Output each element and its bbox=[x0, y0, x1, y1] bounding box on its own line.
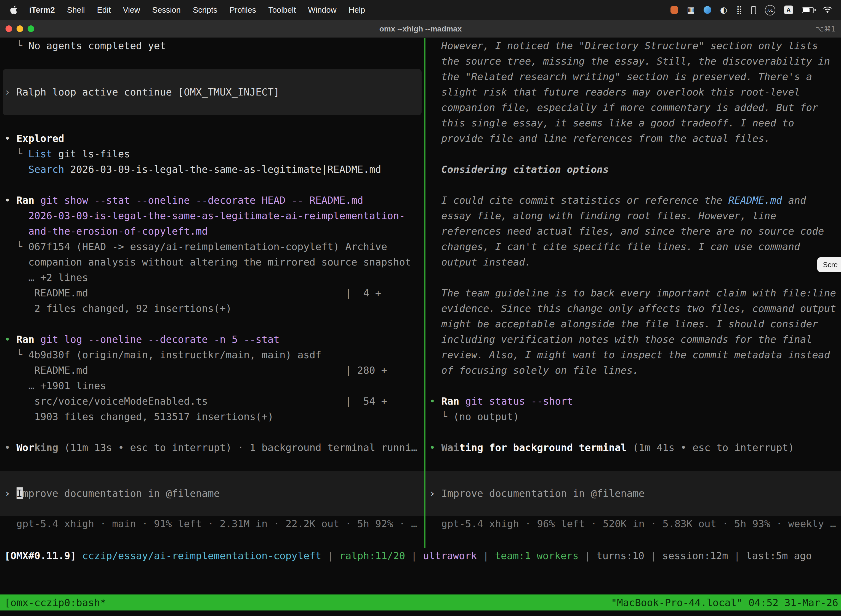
text-segment: git log --oneline --decorate -n 5 --stat bbox=[40, 333, 280, 345]
screen-recording-indicator-icon[interactable] bbox=[670, 6, 678, 14]
terminal-line: Considering citation options bbox=[425, 162, 841, 177]
terminal-line: evidence. Since this change only affects… bbox=[425, 301, 841, 316]
menu-item-session[interactable]: Session bbox=[146, 6, 187, 14]
omx-status-line: [OMX#0.11.9] cczip/essay/ai-reimplementa… bbox=[0, 548, 841, 563]
window-shortcut-badge: ⌥⌘1 bbox=[815, 25, 835, 33]
terminal-line: • Waiting for background terminal (1m 41… bbox=[425, 440, 841, 455]
terminal-line: › Improve documentation in @filename bbox=[425, 486, 841, 501]
terminal-line bbox=[0, 177, 424, 193]
text-segment: Ran bbox=[441, 395, 459, 407]
menu-item-view[interactable]: View bbox=[117, 6, 146, 14]
text-segment: └ 4b9d30f (origin/main, instructkr/main,… bbox=[4, 349, 321, 361]
battery-fill bbox=[803, 8, 810, 12]
terminal-line bbox=[425, 378, 841, 393]
text-segment: review. Also, I might want to inspect th… bbox=[429, 349, 830, 361]
text-segment: › bbox=[429, 487, 441, 499]
text-segment: gpt-5.4 xhigh · main · 91% left · 2.31M … bbox=[4, 518, 417, 529]
text-segment: git status --short bbox=[465, 395, 573, 407]
text-segment: └ 067f154 (HEAD -> essay/ai-reimplementa… bbox=[4, 241, 387, 252]
menu-item-window[interactable]: Window bbox=[302, 6, 343, 14]
terminal-line: However, I noticed the "Directory Struct… bbox=[425, 38, 841, 54]
text-segment: Explored bbox=[16, 132, 64, 144]
text-segment: └ (no output) bbox=[429, 411, 519, 422]
text-segment: I could cite commit statistics or refere… bbox=[429, 194, 728, 206]
terminal-line: output instead. bbox=[425, 254, 841, 270]
omx-space bbox=[76, 550, 82, 561]
phone-icon[interactable] bbox=[751, 6, 756, 14]
omx-session-time: session:12m bbox=[662, 550, 728, 561]
text-segment: and bbox=[782, 194, 806, 206]
text-segment: 2026-03-09-is-legal-the-same-as-legitima… bbox=[4, 210, 405, 221]
menu-item-toolbelt[interactable]: Toolbelt bbox=[262, 6, 302, 14]
text-segment: 2 files changed, 92 insertions(+) bbox=[4, 302, 232, 314]
right-prompt-input[interactable]: › Improve documentation in @filename bbox=[425, 471, 841, 516]
minimize-button[interactable] bbox=[16, 25, 23, 32]
terminal-line bbox=[0, 54, 424, 69]
battery-icon[interactable] bbox=[802, 7, 814, 13]
tmux-status-bar: [omx-cczip0:bash* "MacBook-Pro-44.local"… bbox=[0, 594, 841, 610]
window-title-bar[interactable]: omx --xhigh --madmax ⌥⌘1 bbox=[0, 20, 841, 38]
omx-mode-badge: ultrawork bbox=[423, 550, 477, 561]
left-terminal-pane[interactable]: └ No agents completed yet › Ralph loop a… bbox=[0, 38, 424, 548]
terminal-line: companion analysis without altering the … bbox=[0, 254, 424, 270]
text-segment: changes, I can't cite specific file line… bbox=[429, 241, 800, 252]
terminal-line bbox=[0, 316, 424, 332]
terminal-line: references need actual files, and since … bbox=[425, 224, 841, 239]
wifi-icon[interactable] bbox=[823, 6, 832, 13]
text-segment: the "Related research writing" section i… bbox=[429, 70, 812, 82]
zoom-button[interactable] bbox=[28, 25, 34, 32]
terminal-line bbox=[0, 115, 424, 131]
text-segment: • bbox=[4, 333, 16, 345]
terminal-line: README.md | 4 + bbox=[0, 285, 424, 301]
terminal-line: I could cite commit statistics or refere… bbox=[425, 193, 841, 208]
text-segment: Ran bbox=[16, 333, 34, 345]
text-segment: output instead. bbox=[429, 256, 531, 268]
gauge-icon[interactable]: .61 bbox=[765, 5, 775, 15]
omx-team-workers: team:1 workers bbox=[495, 550, 578, 561]
dots-grid-icon[interactable]: ⣿ bbox=[736, 6, 742, 14]
menu-item-shell[interactable]: Shell bbox=[61, 6, 91, 14]
contrast-icon[interactable]: ◐ bbox=[720, 6, 727, 14]
menu-item-profiles[interactable]: Profiles bbox=[224, 6, 262, 14]
text-segment: git ls-files bbox=[52, 148, 130, 160]
close-button[interactable] bbox=[6, 25, 12, 32]
menu-bar-status-icons: ▦ ◐ ⣿ .61 A bbox=[670, 5, 834, 15]
menu-item-iterm2[interactable]: iTerm2 bbox=[23, 6, 61, 14]
text-segment: (11m 13s • esc to interrupt) · 1 backgro… bbox=[58, 441, 417, 453]
text-segment: Ralph loop active continue [OMX_TMUX_INJ… bbox=[16, 86, 280, 98]
input-source-icon[interactable]: A bbox=[784, 6, 793, 14]
text-segment: king bbox=[34, 441, 58, 453]
text-segment: › bbox=[4, 487, 16, 499]
text-segment: • bbox=[429, 441, 441, 453]
tmux-session-window-label: [omx-cczip0:bash* bbox=[4, 594, 106, 610]
menu-item-scripts[interactable]: Scripts bbox=[187, 6, 224, 14]
terminal-line: including verification notes with those … bbox=[425, 332, 841, 347]
terminal-line: … +2 lines bbox=[0, 270, 424, 285]
grid-icon[interactable]: ▦ bbox=[687, 6, 694, 14]
text-segment: └ bbox=[4, 40, 28, 51]
menu-item-help[interactable]: Help bbox=[343, 6, 371, 14]
terminal-line: slight risk that future readers may over… bbox=[425, 84, 841, 100]
window-title: omx --xhigh --madmax bbox=[0, 24, 841, 33]
apple-menu[interactable] bbox=[7, 6, 23, 14]
menu-item-edit[interactable]: Edit bbox=[91, 6, 117, 14]
apple-icon bbox=[10, 6, 18, 14]
text-segment bbox=[34, 333, 40, 345]
screen-overlay-button[interactable]: Scre bbox=[818, 257, 841, 272]
omx-separator: | bbox=[405, 550, 423, 561]
text-segment: Wai bbox=[441, 441, 459, 453]
terminal-line: 2026-03-09-is-legal-the-same-as-legitima… bbox=[0, 208, 424, 224]
blue-app-icon[interactable] bbox=[703, 6, 711, 14]
tmux-host-clock: "MacBook-Pro-44.local" 04:52 31-Mar-26 bbox=[611, 594, 838, 610]
left-prompt-input[interactable]: › Improve documentation in @filename bbox=[0, 471, 424, 516]
omx-separator: | bbox=[321, 550, 339, 561]
terminal-line: this single essay, it seems like a good … bbox=[425, 115, 841, 131]
terminal-line: › Improve documentation in @filename bbox=[0, 486, 424, 501]
terminal-line: └ 067f154 (HEAD -> essay/ai-reimplementa… bbox=[0, 239, 424, 254]
text-segment: mprove documentation in @filename bbox=[22, 487, 220, 499]
right-terminal-pane[interactable]: However, I noticed the "Directory Struct… bbox=[425, 38, 841, 548]
right-statusline: gpt-5.4 xhigh · 96% left · 520K in · 5.8… bbox=[425, 516, 841, 532]
terminal-line: … +1901 lines bbox=[0, 378, 424, 393]
text-segment: Improve documentation in @filename bbox=[441, 487, 645, 499]
text-segment: The team guideline is to back every impo… bbox=[429, 287, 836, 299]
